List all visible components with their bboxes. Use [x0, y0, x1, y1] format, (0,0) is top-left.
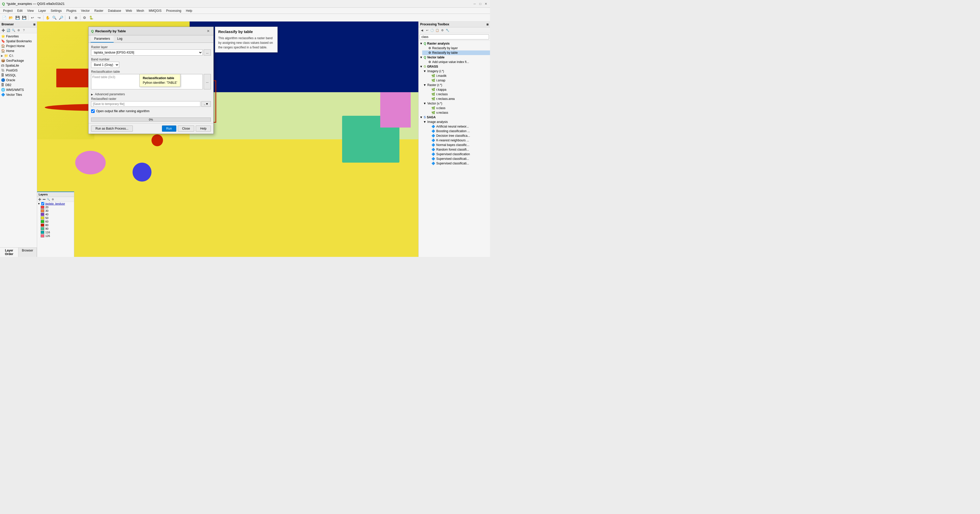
toolbox-grass-imagery-header[interactable]: ▼ Imagery (i.*)	[422, 69, 490, 73]
pan-button[interactable]: ✋	[45, 14, 51, 21]
toolbox-saga-image-header[interactable]: ▼ Image analysis	[422, 120, 490, 124]
advanced-parameters-section[interactable]: ▶ Advanced parameters	[91, 91, 211, 97]
menu-item-vector[interactable]: Vector	[79, 8, 92, 13]
toolbox-group-vector-table-header[interactable]: ▼ Q Vector table	[418, 55, 490, 60]
tab-layer-order[interactable]: Layer Order	[0, 247, 18, 257]
menu-item-settings[interactable]: Settings	[49, 8, 64, 13]
toolbox-grass-raster-header[interactable]: ▼ Raster (r.*)	[422, 83, 490, 87]
browser-item-geopackage[interactable]: 📦 GeoPackage	[0, 58, 37, 63]
menu-item-mesh[interactable]: Mesh	[135, 8, 146, 13]
run-batch-button[interactable]: Run as Batch Process...	[91, 126, 133, 132]
menu-item-project[interactable]: Project	[1, 8, 14, 13]
menu-item-view[interactable]: View	[25, 8, 36, 13]
toolbox-item-reclassify-layer[interactable]: ⚙ Reclassify by layer	[422, 46, 490, 51]
help-button[interactable]: Help	[196, 126, 211, 132]
close-button[interactable]: ✕	[484, 2, 488, 6]
menu-item-raster[interactable]: Raster	[92, 8, 105, 13]
reclassification-table-browse-button[interactable]: ...	[204, 74, 211, 89]
toolbox-group-saga-header[interactable]: ▼ S SAGA	[418, 115, 490, 120]
browser-item-db2[interactable]: 🗄 DB2	[0, 83, 37, 87]
browser-item-spatial-bookmarks[interactable]: 🔖 Spatial Bookmarks	[0, 39, 37, 43]
toolbox-item-boosting[interactable]: 🔷 Boosting classification ...	[425, 129, 490, 133]
redo-button[interactable]: ↪	[36, 14, 42, 21]
toolbox-item-ismap[interactable]: 🌿 i.smap	[425, 78, 490, 83]
reclassified-raster-input[interactable]	[91, 101, 200, 107]
menu-item-layer[interactable]: Layer	[37, 8, 48, 13]
browser-add-button[interactable]: ➕	[1, 28, 6, 32]
layer-item-60[interactable]: 60	[37, 220, 74, 223]
menu-item-help[interactable]: Help	[184, 8, 194, 13]
dialog-close-button[interactable]: ✕	[206, 29, 211, 34]
zoom-out-button[interactable]: 🔎	[58, 14, 64, 21]
toolbox-item-ann[interactable]: 🔷 Artificial neural networ...	[425, 124, 490, 129]
toolbox-clock-button[interactable]: 🕐	[430, 28, 434, 32]
browser-refresh-button[interactable]: 🔄	[6, 28, 11, 32]
toolbox-group-grass-header[interactable]: ▼ G GRASS	[418, 64, 490, 69]
menu-item-web[interactable]: Web	[124, 8, 134, 13]
toolbox-item-decision-tree[interactable]: 🔷 Decision tree classifica...	[425, 133, 490, 138]
band-number-select[interactable]: Band 1 (Gray)	[91, 62, 119, 68]
toolbox-item-knn[interactable]: 🔷 K-nearest neighbours ...	[425, 138, 490, 143]
toolbox-item-rreclassarea[interactable]: 🌿 r.reclass.area	[425, 97, 490, 101]
new-project-button[interactable]: 📄	[1, 14, 7, 21]
browser-item-wms-wmts[interactable]: 🌐 WMS/WMTS	[0, 87, 37, 92]
layer-item-20[interactable]: 20	[37, 205, 74, 209]
menu-item-edit[interactable]: Edit	[15, 8, 25, 13]
browser-item-spatialite[interactable]: 🗃 SpatiaLite	[0, 63, 37, 68]
layer-item-30[interactable]: 30	[37, 209, 74, 212]
layer-item-80[interactable]: 80	[37, 223, 74, 227]
browser-item-project-home[interactable]: 🏠 Project Home	[0, 43, 37, 48]
raster-layer-select[interactable]: laplata_landuse [EPSG:4326]	[91, 49, 203, 56]
toolbox-search-input[interactable]	[420, 34, 489, 40]
toolbox-item-vclass[interactable]: 🌿 v.class	[425, 106, 490, 110]
raster-layer-browse-button[interactable]: ...	[204, 49, 211, 56]
run-button[interactable]: Run	[162, 126, 176, 132]
layers-add-button[interactable]: ➕	[38, 197, 42, 201]
layers-filter-button[interactable]: 🔍	[46, 197, 50, 201]
toolbox-settings-button[interactable]: 🔧	[445, 28, 450, 32]
save-as-button[interactable]: 💾	[21, 14, 27, 21]
layer-header-item[interactable]: ▼ laplata_landuse	[37, 202, 74, 205]
browser-item-c[interactable]: ▶ 📁 C:\	[0, 53, 37, 58]
toolbox-item-supervised-1[interactable]: 🔷 Supervised classification	[425, 152, 490, 156]
layer-item-40[interactable]: 40	[37, 212, 74, 216]
open-project-button[interactable]: 📂	[8, 14, 14, 21]
menu-item-processing[interactable]: Processing	[164, 8, 183, 13]
toolbox-item-reclassify-table[interactable]: ⚙ Reclassify by table	[422, 51, 490, 55]
toolbox-item-add-unique[interactable]: ⚙ Add unique value index fi...	[422, 60, 490, 64]
menu-item-database[interactable]: Database	[106, 8, 123, 13]
processing-button[interactable]: ⚙	[81, 14, 88, 21]
undo-button[interactable]: ↩	[29, 14, 35, 21]
layers-remove-button[interactable]: ➖	[42, 197, 46, 201]
layer-item-126[interactable]: 126	[37, 234, 74, 238]
toolbox-item-rkappa[interactable]: 🌿 r.kappa	[425, 87, 490, 92]
layer-item-116[interactable]: 116	[37, 230, 74, 234]
maximize-button[interactable]: □	[478, 2, 482, 6]
tab-browser[interactable]: Browser	[18, 247, 37, 257]
browser-item-postgis[interactable]: 🐘 PostGIS	[0, 68, 37, 73]
toolbox-back-button[interactable]: ↩	[425, 28, 430, 32]
close-button[interactable]: Close	[178, 126, 194, 132]
layers-options-button[interactable]: ⚙	[51, 197, 55, 201]
zoom-in-button[interactable]: 🔍	[51, 14, 57, 21]
layer-visibility-checkbox[interactable]	[41, 202, 44, 205]
browser-item-home[interactable]: 🏠 Home	[0, 48, 37, 53]
browser-item-vector-tiles[interactable]: 🔷 Vector Tiles	[0, 92, 37, 97]
toolbox-item-random-forest[interactable]: 🔷 Random forest classifi...	[425, 147, 490, 152]
toolbox-history-button[interactable]: ◀	[420, 28, 424, 32]
toolbox-item-imaxlik[interactable]: 🌿 i.maxlik	[425, 73, 490, 78]
identify-button[interactable]: ℹ	[66, 14, 72, 21]
browser-filter-button[interactable]: 🔍	[11, 28, 16, 32]
layer-item-50[interactable]: 50	[37, 216, 74, 220]
toolbox-item-normal-bayes[interactable]: 🔷 Normal bayes classific...	[425, 143, 490, 147]
browser-item-oracle[interactable]: 🔵 Oracle	[0, 78, 37, 83]
toolbox-item-vreclass[interactable]: 🌿 v.reclass	[425, 110, 490, 115]
toolbox-grass-vector-header[interactable]: ▼ Vector (v.*)	[422, 101, 490, 106]
browser-item-favorites[interactable]: ⭐ Favorites	[0, 34, 37, 39]
map-area[interactable]: Layers ➕ ➖ 🔍 ⚙ ▼ laplata_landuse 20	[37, 22, 418, 257]
toolbox-item-rreclass[interactable]: 🌿 r.reclass	[425, 92, 490, 97]
open-output-checkbox[interactable]	[91, 109, 95, 113]
reclassified-raster-save-button[interactable]: ..▼	[201, 101, 211, 107]
minimize-button[interactable]: ─	[473, 2, 477, 6]
menu-item-mmqgis[interactable]: MMQGIS	[146, 8, 164, 13]
